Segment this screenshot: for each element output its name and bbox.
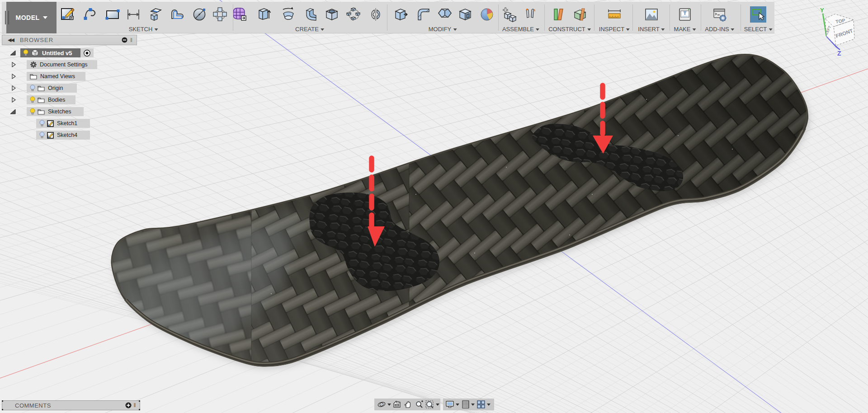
svg-text:Z: Z [837, 50, 841, 57]
svg-text:Y: Y [820, 7, 824, 14]
